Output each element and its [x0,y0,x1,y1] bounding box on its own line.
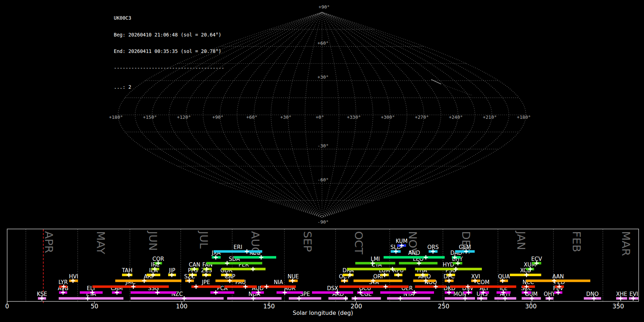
axis-tick-label: 100 [176,303,187,310]
peak-marker-AND [424,255,428,259]
shower-bar-SPE [289,297,321,300]
shower-bar-AAN [526,279,590,282]
sky-map-and-activity-timeline: +90°-90°+60°+30°-30°-60°+180°+150°+120°+… [0,0,644,322]
month-label: APR [43,231,55,253]
shower-label-DSX: DSX [327,285,338,292]
x-axis-title: Solar longitude (deg) [293,309,353,316]
shower-label-ERI: ERI [234,244,242,250]
peak-marker-EGE [353,296,357,301]
shower-bar-KCG [234,256,276,259]
shower-bar-COM [450,286,516,288]
sky-longitude-label: +180° [109,114,123,120]
peak-marker-STA [384,284,388,289]
sky-longitude-label: +210° [483,114,497,120]
shower-bar-JMC [92,286,169,288]
sky-longitude-label: +240° [449,114,463,120]
month-label: JUN [147,230,160,251]
shower-label-AND: AND [408,250,420,256]
sky-pole-bottom-label: -90° [317,219,328,225]
shower-bar-OER [380,291,434,294]
shower-bar-AUR [277,291,303,294]
shower-bar-PER [222,268,265,270]
month-label: OCT [352,231,365,255]
peak-marker-ARD [343,296,348,301]
shower-label-JPE: JPE [201,279,210,286]
axis-tick-label: 150 [263,303,275,310]
sky-longitude-label: +90° [212,114,223,120]
sky-longitude-label: +0° [316,114,324,120]
shower-bar-HYD [415,268,482,270]
axis-tick-label: 350 [613,303,624,310]
sky-longitude-label: +180° [517,114,531,120]
shower-bar-ERI [214,250,262,253]
meteor-trail [444,85,473,96]
shower-bar-ARI [115,279,181,282]
shower-bar-NOO [415,286,447,288]
shower-label-GEM: GEM [459,244,471,250]
shower-label-LYR: LYR [58,279,68,286]
peak-marker-PER [251,267,255,271]
shower-bar-SDA [206,262,262,264]
shower-label-HYD: HYD [443,262,454,268]
sky-longitude-label: +120° [177,114,191,120]
month-label: FEB [570,231,583,252]
sky-longitude-label: +60° [246,114,257,120]
shower-label-QUA: QUA [498,273,510,280]
shower-bar-MON [445,297,475,300]
meteor-observation-screen: UK00C3 Beg: 20260410 21:06:48 (sol = 20.… [0,0,644,322]
peak-marker-NIA [264,284,269,289]
shower-bar-NTA [387,297,430,300]
sky-latitude-label: -60° [317,177,328,182]
shower-bar-STA [339,286,409,288]
sky-pole-top-label: +90° [318,4,330,10]
shower-label-EVI: EVI [629,291,638,297]
sky-longitude-label: +330° [347,114,361,120]
sky-longitude-label: +30° [280,114,291,120]
shower-label-LMI: LMI [371,256,380,262]
shower-label-NUE: NUE [288,273,299,280]
axis-tick-label: 200 [351,303,362,310]
shower-bar-SSG [131,291,176,294]
peak-marker-JPE [194,284,198,289]
month-label: MAY [94,231,107,254]
shower-label-XHE: XHE [616,291,627,297]
shower-label-NIA: NIA [274,279,283,286]
sky-latitude-label: +30° [317,74,328,80]
shower-label-DNO: DNO [586,291,599,297]
shower-bar-AND [384,256,445,259]
sky-latitude-label: +60° [317,40,328,46]
shower-bar-ORI [353,279,402,282]
shower-bar-CTA [347,268,406,270]
sky-longitude-label: +270° [415,114,429,120]
shower-label-TAH: TAH [122,267,133,274]
month-label: SEP [301,231,314,252]
peak-marker-ERI [245,249,249,254]
shower-bar-ETA [59,297,123,300]
sky-latitude-label: -30° [317,143,328,148]
month-label: JUL [197,230,210,249]
shower-bar-NZC [131,297,224,300]
axis-tick-label: 300 [525,303,537,310]
axis-tick-label: 250 [438,303,449,310]
shower-bar-LMI [355,262,395,264]
shower-label-HVI: HVI [69,273,78,280]
shower-label-XVI: XVI [471,273,480,280]
shower-bar-PAU [224,286,257,288]
axis-tick-label: 0 [5,303,9,310]
month-label: MAR [620,231,633,256]
peak-marker-NTA [398,296,402,301]
axis-tick-label: 50 [91,303,98,310]
shower-bar-DSX [312,291,353,294]
sky-longitude-label: +300° [381,114,395,120]
sky-longitude-label: +150° [143,114,157,120]
meteor-trail [431,79,441,84]
month-label: JAN [515,230,528,250]
